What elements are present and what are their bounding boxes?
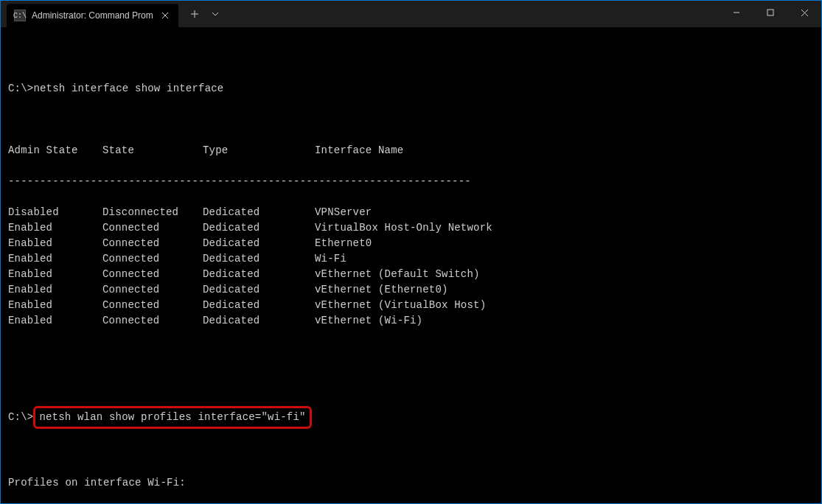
prompt: C:\> bbox=[8, 411, 33, 423]
terminal-output[interactable]: C:\>netsh interface show interface Admin… bbox=[1, 27, 821, 504]
table-row: EnabledConnectedDedicatedVirtualBox Host… bbox=[8, 220, 814, 236]
table-row: EnabledConnectedDedicatedvEthernet (Wi-F… bbox=[8, 313, 814, 329]
table-row: EnabledConnectedDedicatedEthernet0 bbox=[8, 236, 814, 251]
command-line-1: C:\>netsh interface show interface bbox=[8, 81, 814, 97]
interface-rows: DisabledDisconnectedDedicatedVPNServerEn… bbox=[8, 205, 814, 329]
maximize-button[interactable] bbox=[753, 1, 787, 24]
output-line bbox=[8, 112, 814, 127]
command-text: netsh interface show interface bbox=[33, 83, 223, 94]
divider: ----------------------------------------… bbox=[8, 174, 814, 189]
table-row: EnabledConnectedDedicatedWi-Fi bbox=[8, 251, 814, 267]
command-line-2: C:\>netsh wlan show profiles interface="… bbox=[8, 406, 814, 429]
svg-rect-0 bbox=[767, 10, 773, 15]
new-tab-button[interactable] bbox=[184, 4, 205, 24]
output-line bbox=[8, 50, 814, 66]
prompt: C:\> bbox=[8, 83, 33, 94]
table-row: DisabledDisconnectedDedicatedVPNServer bbox=[8, 205, 814, 220]
tab-dropdown-icon[interactable] bbox=[205, 4, 226, 24]
output-line bbox=[8, 344, 814, 360]
table-row: EnabledConnectedDedicatedvEthernet (Ethe… bbox=[8, 282, 814, 298]
window-controls bbox=[720, 1, 821, 24]
tab-title: Administrator: Command Prom bbox=[32, 10, 153, 21]
titlebar: C:\ Administrator: Command Prom bbox=[1, 1, 821, 27]
table-row: EnabledConnectedDedicatedvEthernet (Defa… bbox=[8, 267, 814, 282]
profiles-header: Profiles on interface Wi-Fi: bbox=[8, 475, 814, 491]
close-tab-icon[interactable] bbox=[159, 10, 171, 21]
cmd-icon: C:\ bbox=[14, 10, 26, 21]
terminal-tab[interactable]: C:\ Administrator: Command Prom bbox=[7, 4, 178, 27]
table-header: Admin StateStateTypeInterface Name bbox=[8, 143, 814, 158]
output-line bbox=[8, 375, 814, 391]
minimize-button[interactable] bbox=[720, 1, 753, 24]
table-row: EnabledConnectedDedicatedvEthernet (Virt… bbox=[8, 298, 814, 313]
highlighted-command: netsh wlan show profiles interface="wi-f… bbox=[33, 406, 311, 429]
close-button[interactable] bbox=[787, 1, 821, 24]
output-line bbox=[8, 444, 814, 460]
